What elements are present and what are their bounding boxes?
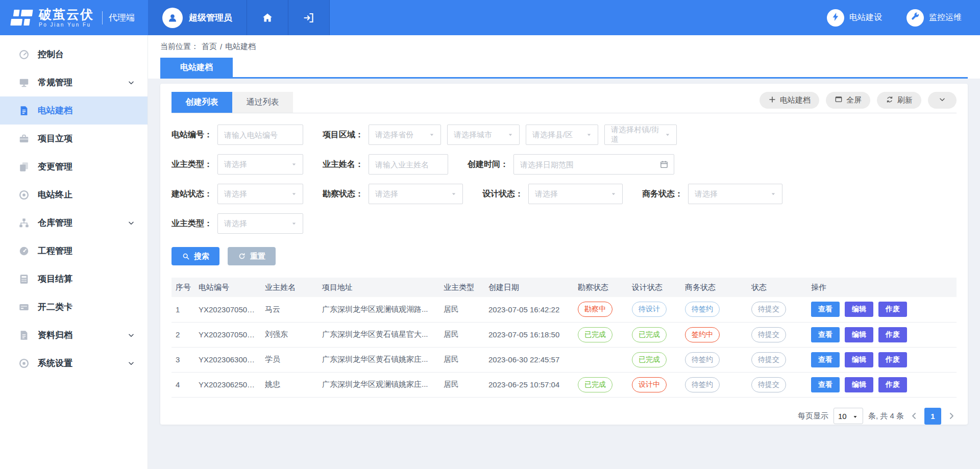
- cell-owner-type: 居民: [439, 372, 484, 397]
- sidebar-item-engineering-management[interactable]: 工程管理: [0, 237, 148, 265]
- survey-status-select[interactable]: 请选择: [369, 184, 463, 204]
- reset-button-label: 重置: [250, 252, 265, 261]
- dashboard-icon: [18, 49, 30, 60]
- status-pill: 待提交: [751, 377, 786, 392]
- province-select[interactable]: 请选择省份: [369, 125, 441, 145]
- void-button[interactable]: 作废: [878, 302, 907, 317]
- view-button[interactable]: 查看: [811, 377, 840, 392]
- sidebar-item-console[interactable]: 控制台: [0, 40, 148, 68]
- breadcrumb-home[interactable]: 首页: [202, 42, 217, 52]
- refresh-button-label: 刷新: [897, 95, 913, 105]
- fullscreen-button[interactable]: 全屏: [826, 92, 870, 109]
- sidebar-item-warehouse-management[interactable]: 仓库管理: [0, 209, 148, 237]
- sidebar-item-archive[interactable]: 资料归档: [0, 321, 148, 349]
- home-button[interactable]: [247, 0, 288, 35]
- design-status-select[interactable]: 请选择: [528, 184, 623, 204]
- business-status-select[interactable]: 请选择: [688, 184, 782, 204]
- plus-icon: [768, 95, 776, 105]
- column-header: 序号: [172, 278, 194, 297]
- edit-button[interactable]: 编辑: [845, 377, 873, 392]
- collapse-button[interactable]: [928, 92, 957, 109]
- edit-button[interactable]: 编辑: [845, 352, 873, 367]
- prev-page-button[interactable]: [909, 411, 919, 421]
- cell-created-date: 2023-06-25 10:57:04: [484, 372, 574, 397]
- filter-label: 项目区域：: [323, 130, 363, 140]
- tab-create-list[interactable]: 创建列表: [172, 92, 232, 113]
- void-button[interactable]: 作废: [878, 377, 907, 392]
- user-menu[interactable]: 超级管理员: [148, 0, 247, 35]
- cell-status-status: 待提交: [747, 372, 807, 397]
- next-page-button[interactable]: [946, 411, 957, 421]
- sidebar: 控制台常规管理电站建档项目立项变更管理电站终止仓库管理工程管理项目结算开二类卡资…: [0, 35, 148, 469]
- topnav-monitoring-ops[interactable]: 监控运维: [906, 9, 962, 27]
- sidebar-item-system-settings[interactable]: 系统设置: [0, 349, 148, 377]
- table-row: 4YX2023062500004姚忠广东深圳龙华区观澜镇姚家庄...居民2023…: [172, 372, 957, 397]
- cell-design-status: 已完成: [628, 322, 681, 347]
- view-button[interactable]: 查看: [811, 302, 840, 317]
- page-size-value: 10: [838, 412, 847, 421]
- brand-subtitle: Po Jian Yun Fu: [39, 22, 94, 28]
- owner-type-select-2[interactable]: 请选择: [217, 213, 303, 234]
- filter-field: 业主类型：请选择: [172, 213, 303, 234]
- village-select[interactable]: 请选择村镇/街道: [604, 125, 677, 145]
- panel-toolbar: 电站建档全屏刷新: [760, 92, 957, 113]
- owner-name-input[interactable]: [369, 160, 448, 169]
- portal-label: 代理端: [109, 12, 135, 23]
- void-button[interactable]: 作废: [878, 327, 907, 342]
- column-header: 创建日期: [484, 278, 574, 297]
- county-select-placeholder: 请选择县/区: [532, 130, 573, 140]
- edit-button[interactable]: 编辑: [845, 327, 873, 342]
- tab-passed-list[interactable]: 通过列表: [232, 92, 293, 113]
- cell-index: 3: [172, 347, 194, 372]
- topnav-station-construction[interactable]: 电站建设: [827, 9, 882, 27]
- column-header: 状态: [747, 278, 807, 297]
- current-page-button[interactable]: 1: [924, 408, 941, 425]
- filter-label: 商务状态：: [642, 189, 683, 200]
- edit-button[interactable]: 编辑: [845, 302, 873, 317]
- reset-button[interactable]: 重置: [228, 247, 276, 265]
- page-header: 当前位置： 首页 / 电站建档 电站建档: [148, 35, 980, 79]
- home-icon: [261, 12, 274, 24]
- city-select-placeholder: 请选择城市: [454, 130, 492, 140]
- cell-project-address: 广东深圳龙华区黄石镇星官大...: [318, 322, 439, 347]
- sidebar-item-station-filing[interactable]: 电站建档: [0, 96, 148, 125]
- filter-row: 建站状态：请选择勘察状态：请选择设计状态：请选择商务状态：请选择: [172, 184, 957, 204]
- sidebar-item-station-termination[interactable]: 电站终止: [0, 181, 148, 209]
- cell-actions: 查看编辑作废: [807, 322, 957, 347]
- county-select[interactable]: 请选择县/区: [526, 125, 598, 145]
- void-button[interactable]: 作废: [878, 352, 907, 367]
- city-select[interactable]: 请选择城市: [447, 125, 520, 145]
- sidebar-item-change-management[interactable]: 变更管理: [0, 153, 148, 181]
- sidebar-item-project-settlement[interactable]: 项目结算: [0, 265, 148, 293]
- owner-type-select-2-placeholder: 请选择: [224, 219, 247, 229]
- filter-field: 商务状态：请选择: [642, 184, 782, 204]
- station-table: 序号电站编号业主姓名项目地址业主类型创建日期勘察状态设计状态商务状态状态操作1Y…: [172, 278, 957, 398]
- cell-status-status: 待提交: [747, 322, 807, 347]
- cell-survey-status: 已完成: [574, 372, 628, 397]
- page-tab-station-filing[interactable]: 电站建档: [160, 58, 233, 77]
- view-button[interactable]: 查看: [811, 352, 840, 367]
- station-code-input[interactable]: [218, 131, 303, 139]
- build-status-select[interactable]: 请选择: [217, 184, 303, 204]
- sidebar-item-project-initiation[interactable]: 项目立项: [0, 125, 148, 153]
- status-pill: 待签约: [685, 352, 720, 367]
- cell-station-code: YX2023063000009: [194, 347, 261, 372]
- sidebar-item-label: 资料归档: [38, 329, 72, 341]
- owner-type-select[interactable]: 请选择: [217, 154, 303, 175]
- logout-button[interactable]: [288, 0, 330, 35]
- status-pill: 已完成: [578, 327, 612, 342]
- search-button[interactable]: 搜索: [172, 247, 219, 265]
- sidebar-item-type2-card[interactable]: 开二类卡: [0, 293, 148, 321]
- circle-dot-icon: [18, 358, 30, 369]
- sidebar-item-label: 开二类卡: [38, 301, 72, 313]
- caret-down-icon: [450, 190, 457, 198]
- refresh-button[interactable]: 刷新: [877, 92, 921, 109]
- document-icon: [18, 330, 30, 341]
- page-size-select[interactable]: 10: [834, 408, 863, 424]
- view-button[interactable]: 查看: [811, 327, 840, 342]
- breadcrumb-prefix: 当前位置：: [160, 42, 199, 52]
- add-station-filing-button[interactable]: 电站建档: [760, 92, 819, 109]
- created-range-input[interactable]: [514, 160, 674, 169]
- sidebar-item-general-management[interactable]: 常规管理: [0, 68, 148, 96]
- page-size-label: 每页显示: [798, 411, 828, 421]
